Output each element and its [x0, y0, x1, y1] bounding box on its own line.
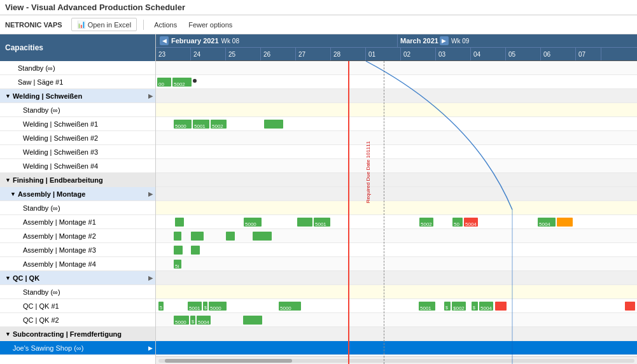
day-28: 28: [331, 48, 366, 61]
saw-bar-2[interactable]: 5002: [172, 78, 192, 87]
tree-row-assembly-3[interactable]: Assembly | Montage #3: [0, 243, 155, 257]
arrow-right-welding: ▶: [148, 93, 153, 99]
a1-bar1[interactable]: [175, 218, 184, 227]
tree-row-subcontracting-group[interactable]: ▼ Subcontracting | Fremdfertigung: [0, 327, 155, 341]
w1-bar3[interactable]: 5002: [211, 120, 227, 129]
fewer-options-button[interactable]: Fewer options: [185, 19, 236, 31]
qc1-bar1[interactable]: 5: [158, 302, 164, 311]
prev-month-arrow[interactable]: ◀: [160, 36, 169, 45]
qc1-bar-red2[interactable]: [625, 302, 635, 311]
a1-bar5[interactable]: 5002: [419, 218, 433, 227]
a1-bar9[interactable]: [557, 218, 573, 227]
a1-bar2-label: 5000: [245, 221, 256, 227]
tree-row-assembly-4[interactable]: Assembly | Montage #4: [0, 257, 155, 271]
saw-bar-1[interactable]: 00: [157, 78, 171, 87]
qc1-bar3-label: $: [204, 305, 207, 310]
a4-bar1[interactable]: 5i: [174, 260, 181, 269]
horizontal-scrollbar[interactable]: [156, 356, 637, 364]
qc2-bar4[interactable]: [243, 316, 262, 325]
a1-bar6-label: 50: [454, 221, 459, 227]
gantt-row-standby-welding: [156, 103, 637, 117]
tree-row-welding-2[interactable]: Welding | Schweißen #2: [0, 131, 155, 145]
qc2-bar1[interactable]: 5000: [174, 316, 189, 325]
toolbar: NETRONIC VAPS 📊 Open in Excel Actions Fe…: [0, 15, 637, 34]
w1-bar2[interactable]: 5001: [193, 120, 209, 129]
a1-bar6[interactable]: 50: [452, 218, 463, 227]
w1-bar1[interactable]: 5000: [174, 120, 192, 129]
tree-row-qc-2[interactable]: QC | QK #2: [0, 313, 155, 327]
a3-bar2[interactable]: [191, 246, 200, 255]
actions-button[interactable]: Actions: [150, 19, 181, 31]
gantt-row-welding-group: [156, 89, 637, 103]
a1-bar2[interactable]: 5000: [244, 218, 262, 227]
gantt-body[interactable]: Required Due Date 101111 00 5002: [156, 61, 637, 364]
a2-bar1[interactable]: [174, 232, 181, 241]
qc1-bar8[interactable]: $002: [452, 302, 466, 311]
tree-row-qc-1[interactable]: QC | QK #1: [0, 299, 155, 313]
open-excel-button[interactable]: 📊 Open in Excel: [71, 18, 137, 31]
qc1-bar3[interactable]: $: [203, 302, 207, 311]
a1-bar5-label: 5002: [421, 221, 432, 227]
tree-row-standby-welding[interactable]: Standby (∞): [0, 103, 155, 117]
tree-row-welding-3[interactable]: Welding | Schweißen #3: [0, 145, 155, 159]
day-24: 24: [191, 48, 226, 61]
w1-bar4[interactable]: [264, 120, 283, 129]
tree-row-assembly-1[interactable]: Assembly | Montage #1: [0, 215, 155, 229]
gantt-row-qc-1: 5 5001 $ 5000 5000: [156, 299, 637, 313]
tree-row-standby-saw[interactable]: Standby (∞): [0, 61, 155, 75]
a1-bar8[interactable]: 5004: [538, 218, 556, 227]
day-06: 06: [541, 48, 576, 61]
a3-bar1[interactable]: [174, 246, 183, 255]
day-25: 25: [226, 48, 261, 61]
tree-row-qc-group[interactable]: ▼ QC | QK ▶: [0, 271, 155, 285]
page-title: View - Visual Advanced Production Schedu…: [5, 3, 185, 12]
qc1-bar6[interactable]: 5001: [419, 302, 435, 311]
brand-label: NETRONIC VAPS: [5, 21, 62, 29]
qc1-bar7[interactable]: $: [444, 302, 451, 311]
wk08-label: Wk 08: [221, 38, 239, 45]
a2-bar2[interactable]: [191, 232, 204, 241]
tree-container[interactable]: Standby (∞) Saw | Säge #1 ▼ Welding | Sc…: [0, 61, 155, 364]
w1-bar1-label: 5000: [175, 123, 186, 129]
qc1-bar4[interactable]: 5000: [209, 302, 227, 311]
next-month-arrow[interactable]: ▶: [440, 36, 449, 45]
tree-row-welding-4[interactable]: Welding | Schweißen #4: [0, 159, 155, 173]
a1-bar7[interactable]: 5004: [464, 218, 478, 227]
a2-bar4[interactable]: [253, 232, 272, 241]
expand-icon-assembly: ▼: [10, 191, 16, 197]
a1-bar3[interactable]: [297, 218, 312, 227]
arrow-right-assembly: ▶: [148, 191, 153, 197]
qc2-bar3[interactable]: 5004: [197, 316, 211, 325]
qc1-bar2[interactable]: 5001: [188, 302, 202, 311]
tree-row-welding-1[interactable]: Welding | Schweißen #1: [0, 117, 155, 131]
tree-row-assembly-2[interactable]: Assembly | Montage #2: [0, 229, 155, 243]
tree-row-finishing-group[interactable]: ▼ Finishing | Endbearbeitung: [0, 173, 155, 187]
app: View - Visual Advanced Production Schedu…: [0, 0, 637, 364]
arrow-right-qc: ▶: [148, 275, 153, 281]
gantt-row-assembly-4: 5i: [156, 257, 637, 271]
day-05: 05: [506, 48, 541, 61]
month-row: ◀ February 2021 Wk 08 March 2021 ▶ Wk 09: [156, 34, 637, 48]
toolbar-separator: [143, 20, 144, 30]
a4-bar1-label: 5i: [175, 263, 179, 269]
qc1-bar10-label: 5004: [480, 305, 492, 311]
qc1-bar9-label: $: [473, 305, 475, 310]
tree-row-saw-1[interactable]: Saw | Säge #1: [0, 75, 155, 89]
qc1-bar-red[interactable]: [495, 302, 507, 311]
tree-row-standby-qc[interactable]: Standby (∞): [0, 285, 155, 299]
a1-bar4[interactable]: 5001: [314, 218, 330, 227]
a2-bar3[interactable]: [226, 232, 235, 241]
qc1-bar9[interactable]: $: [472, 302, 478, 311]
tree-row-standby-assembly[interactable]: Standby (∞): [0, 201, 155, 215]
tree-row-welding-group[interactable]: ▼ Welding | Schweißen ▶: [0, 89, 155, 103]
qc1-bar10[interactable]: 5004: [479, 302, 493, 311]
gantt-row-standby-qc: [156, 285, 637, 299]
tree-row-assembly-group[interactable]: ▼ Assembly | Montage ▶: [0, 187, 155, 201]
day-04: 04: [471, 48, 506, 61]
qc2-bar2[interactable]: $: [190, 316, 195, 325]
tree-row-joes-sawing[interactable]: Joe's Sawing Shop (∞) ▶: [0, 341, 155, 355]
qc1-bar5[interactable]: 5000: [279, 302, 301, 311]
gantt-row-assembly-2: [156, 229, 637, 243]
gantt-row-standby-saw: [156, 61, 637, 75]
scrollbar-thumb[interactable]: [165, 359, 292, 363]
